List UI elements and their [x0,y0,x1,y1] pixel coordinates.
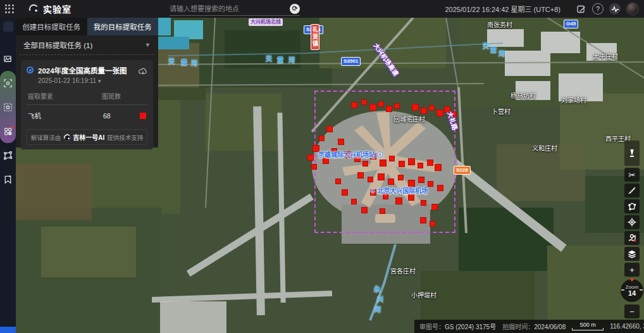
river-label: 兴 [377,294,383,303]
task-filter-dropdown[interactable]: 全部目标提取任务 (1) ▼ [16,35,158,54]
river-label: 河 [288,54,295,64]
airplane-detection-box [412,104,418,110]
map-scale-bar: 500 m [572,322,604,330]
river-label: 河 [375,304,381,313]
village-label: 义和庄村 [532,143,557,153]
map-pin-badge-icon[interactable] [624,231,640,245]
airplane-detection-box [362,208,367,213]
airplane-detection-box [409,159,414,165]
airplane-detection-box [308,155,313,160]
village-label: 小押堤村 [411,290,437,299]
result-table: 提取要素 图斑数 飞机 68 [27,90,147,123]
airplane-detection-box [395,104,399,108]
airplane-detection-box [432,204,437,210]
imagery-icon[interactable] [0,47,16,71]
select-area-icon[interactable] [0,95,16,119]
swipe-compare-icon[interactable] [624,141,640,166]
algorithm-credit: 解译算法由 吉林一号AI 提供技术支持 [27,129,147,145]
help-icon[interactable]: ? [592,3,604,15]
airplane-detection-box [421,218,426,223]
chevron-down-icon: ▾ [98,78,101,84]
zoom-dial-pointer [629,279,635,282]
datetime-display: 2025/01/22 16:24:42 星期三 (UTC+8) [445,4,560,14]
poi-label: ✈ 北京大兴国际机场 [370,185,428,195]
panel-tabs: 创建目标提取任务 我的目标提取任务 [16,18,158,35]
polygon-icon[interactable] [0,143,16,167]
layers-icon[interactable] [624,247,640,261]
cursor-coordinates: 116.42660, 39.53656 [610,323,644,330]
form-edit-icon[interactable] [575,3,586,15]
airplane-detection-box [379,102,383,106]
village-label: 刘家场村 [561,95,586,104]
zoom-dial[interactable]: Zoom 14 [621,279,643,302]
measure-line-icon[interactable] [624,184,640,198]
search-input[interactable] [170,5,287,13]
table-row-airplane[interactable]: 飞机 68 [27,105,147,123]
zoom-in-button[interactable]: + [624,263,640,277]
top-bar-right: 2025/01/22 16:24:42 星期三 (UTC+8) ? [445,0,639,18]
airplane-detection-box [383,194,388,199]
airplane-detection-box [319,136,324,141]
scan-target-icon[interactable] [0,71,16,95]
airplane-detection-box [419,177,424,182]
zoom-out-button[interactable]: − [624,305,640,318]
airplane-detection-box [421,108,426,113]
village-label: 太平庄村 [593,51,618,61]
airplane-detection-box [342,190,347,195]
rail-footer-accent[interactable] [0,327,16,333]
filter-label: 全部目标提取任务 (1) [23,40,92,50]
airplane-detection-box [336,179,340,184]
airplane-detection-box [399,175,403,180]
cloud-download-icon[interactable] [139,66,147,78]
avatar[interactable] [626,3,639,15]
airplane-detection-box [399,161,404,166]
draw-polygon-icon[interactable] [624,199,640,213]
tab-my-tasks[interactable]: 我的目标提取任务 [87,18,159,35]
algorithm-brand: 吉林一号AI [63,132,104,142]
refresh-icon[interactable]: ⟳ [290,4,300,14]
credit-prefix: 解译算法由 [31,133,61,142]
bookmark-add-icon[interactable] [0,167,16,191]
airplane-detection-box [435,165,441,170]
app-window: 回城宅庄村杨马坊村刘家场村卜营村义和庄村西平王村太平庄村南张务村宫各庄村小押堤村… [0,0,644,333]
class-color-swatch[interactable] [140,113,146,119]
pulse-icon[interactable] [609,3,621,15]
brand: 实验室 [28,3,71,15]
top-bar: 实验室 🔍︎ ⟳ 2025/01/22 16:24:42 星期三 (UTC+8)… [0,0,644,18]
divider [20,54,154,55]
apps-grid-icon[interactable] [5,4,14,13]
rail-active-slot[interactable] [3,22,13,32]
airplane-detection-box [396,198,402,204]
jilin-logo-icon [63,134,71,141]
zoom-level: 14 [628,290,636,297]
license-label: 审图号： [419,324,445,330]
river-label: 堂 [490,44,497,54]
town-badge: 礼贤镇 [311,24,319,50]
tab-create-task[interactable]: 创建目标提取任务 [16,18,87,35]
status-bar: 审图号：GS (2024) 3175号 拍摄时间：2024/06/08 500 … [414,320,644,333]
airplane-detection-box [363,161,368,166]
task-card[interactable]: 2024年度全国高质量一张图 2025-01-22 16:19:11 ▾ 提取要… [21,60,153,149]
village-label: 回城宅庄村 [393,114,425,123]
airplane-detection-box [338,139,344,144]
airplane-detection-box [421,201,426,205]
credit-suffix: 提供技术支持 [107,133,143,142]
airplane-detection-box [358,173,363,178]
river-label: 堂 [277,54,283,64]
airplane-detection-box [352,103,357,108]
capture-date: 2024/06/08 [534,324,566,330]
rail-tool-group [0,71,16,143]
task-datetime[interactable]: 2025-01-22 16:19:11 ▾ [38,77,134,84]
locate-icon[interactable] [624,215,640,229]
scissors-icon[interactable]: ✂ [624,168,640,182]
road-shield-badge: G45 [564,20,578,28]
airplane-detection-box [323,158,328,163]
map-license: GS (2024) 3175号 [445,324,496,330]
river-label: 天 [168,56,175,65]
road-name-badge: 大兴机场北线 [249,18,283,26]
airplane-detection-box [368,177,373,182]
apps-circles-icon[interactable] [0,119,16,143]
task-radio-selected[interactable] [27,66,34,73]
col-feature: 提取要素 [28,91,102,101]
brand-logo-icon [28,3,39,15]
